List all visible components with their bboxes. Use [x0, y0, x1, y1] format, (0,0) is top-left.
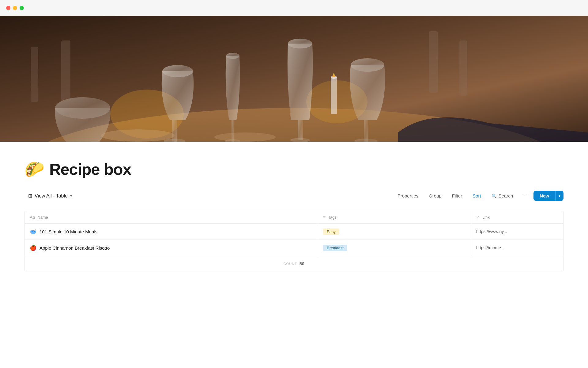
search-button[interactable]: 🔍 Search — [487, 191, 518, 200]
titlebar — [0, 0, 588, 16]
svg-rect-25 — [31, 47, 38, 102]
text-icon: Aa — [30, 215, 35, 220]
name-cell[interactable]: 🥣 101 Simple 10 Minute Meals — [25, 224, 318, 240]
sort-button[interactable]: Sort — [468, 191, 485, 200]
row-icon: 🍎 — [30, 244, 36, 251]
count-row: COUNT 50 — [25, 256, 563, 271]
page-title: Recipe box — [49, 160, 131, 178]
page-title-row: 🌮 Recipe box — [24, 160, 564, 178]
main-content: 🌮 Recipe box ⊞ View All - Table ▾ Proper… — [0, 142, 588, 284]
toolbar-left: ⊞ View All - Table ▾ — [24, 191, 76, 201]
column-header-name[interactable]: Aa Name — [25, 211, 318, 223]
filter-label: Filter — [452, 193, 462, 198]
svg-rect-23 — [459, 40, 467, 96]
link-icon: ↗ — [476, 215, 480, 220]
name-cell[interactable]: 🍎 Apple Cinnamon Breakfast Risotto — [25, 240, 318, 256]
row-name: 101 Simple 10 Minute Meals — [40, 229, 97, 234]
link-cell[interactable]: https://mome... — [471, 240, 563, 256]
count-value: 50 — [300, 261, 305, 266]
sort-label: Sort — [473, 193, 481, 198]
column-name-label: Name — [37, 215, 48, 220]
svg-rect-11 — [298, 120, 303, 140]
new-button-group: New ▾ — [533, 191, 564, 201]
new-dropdown-button[interactable]: ▾ — [555, 191, 564, 201]
view-all-label: View All - Table — [35, 193, 68, 199]
more-icon: ··· — [522, 193, 529, 199]
search-icon: 🔍 — [492, 194, 497, 198]
tags-cell[interactable]: Easy — [318, 224, 471, 240]
toolbar-right: Properties Group Filter Sort 🔍 Search ··… — [393, 191, 564, 201]
chevron-down-icon: ▾ — [70, 194, 72, 198]
filter-button[interactable]: Filter — [448, 191, 466, 200]
table-icon: ⊞ — [28, 193, 32, 199]
list-icon: ≡ — [323, 215, 326, 220]
new-button[interactable]: New — [533, 191, 555, 201]
svg-rect-22 — [429, 31, 438, 93]
column-header-link[interactable]: ↗ Link — [471, 211, 563, 223]
svg-rect-19 — [331, 77, 337, 114]
tags-cell[interactable]: Breakfast — [318, 240, 471, 256]
search-label: Search — [499, 193, 513, 198]
column-link-label: Link — [482, 215, 490, 220]
link-value: https://mome... — [476, 245, 505, 250]
view-all-table-button[interactable]: ⊞ View All - Table ▾ — [24, 191, 76, 201]
close-button[interactable] — [6, 6, 10, 10]
row-icon: 🥣 — [30, 228, 36, 235]
tag-badge: Breakfast — [323, 245, 347, 251]
table-header: Aa Name ≡ Tags ↗ Link — [25, 211, 563, 224]
toolbar: ⊞ View All - Table ▾ Properties Group Fi… — [24, 191, 564, 203]
column-header-tags[interactable]: ≡ Tags — [318, 211, 471, 223]
column-tags-label: Tags — [328, 215, 336, 220]
more-options-button[interactable]: ··· — [519, 191, 532, 201]
maximize-button[interactable] — [20, 6, 24, 10]
properties-label: Properties — [398, 193, 418, 198]
page-emoji: 🌮 — [24, 161, 44, 177]
svg-point-18 — [214, 132, 276, 142]
link-value: https://www.ny... — [476, 229, 507, 234]
tag-badge: Easy — [323, 228, 339, 235]
data-table: Aa Name ≡ Tags ↗ Link 🥣 101 Simple 10 Mi… — [24, 211, 564, 271]
svg-point-17 — [101, 129, 175, 142]
hero-image — [0, 16, 588, 142]
row-name: Apple Cinnamon Breakfast Risotto — [40, 245, 110, 251]
svg-rect-24 — [61, 40, 70, 102]
table-row[interactable]: 🥣 101 Simple 10 Minute Meals Easy https:… — [25, 224, 563, 240]
properties-button[interactable]: Properties — [393, 191, 423, 200]
count-label: COUNT — [284, 262, 297, 266]
chevron-down-icon: ▾ — [559, 194, 560, 198]
svg-rect-14 — [364, 120, 368, 142]
table-row[interactable]: 🍎 Apple Cinnamon Breakfast Risotto Break… — [25, 240, 563, 256]
svg-rect-5 — [172, 120, 177, 142]
group-label: Group — [429, 193, 442, 198]
link-cell[interactable]: https://www.ny... — [471, 224, 563, 240]
group-button[interactable]: Group — [424, 191, 446, 200]
minimize-button[interactable] — [13, 6, 17, 10]
